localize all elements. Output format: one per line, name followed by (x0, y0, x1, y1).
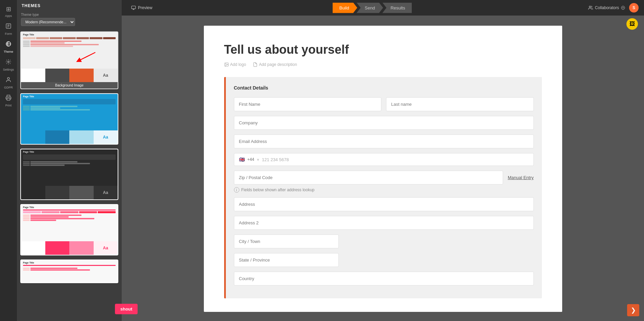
color-swatch-darkblue (45, 130, 70, 144)
step-results-label: Results (390, 5, 405, 10)
image-button[interactable]: 🖼 (626, 18, 638, 30)
shout-badge[interactable]: shout (115, 304, 138, 314)
phone-divider: ▾ (257, 157, 259, 162)
theme-card-blue[interactable]: Page Title Aa (20, 93, 118, 145)
add-description-button[interactable]: Add page description (253, 62, 297, 67)
form-row-company (234, 116, 534, 130)
form-row-state (234, 253, 534, 267)
form-canvas[interactable]: Tell us about yourself Add logo Add page… (122, 16, 644, 321)
color-swatch-white-4 (21, 241, 45, 255)
svg-point-6 (7, 77, 9, 79)
preview-label: Preview (138, 5, 152, 10)
top-bar: Preview Build Send Results Collaborators… (122, 0, 644, 16)
theme-card-colors-2: Aa (21, 130, 118, 144)
info-icon: i (234, 187, 239, 193)
step-send-label: Send (365, 5, 375, 10)
preview-icon (131, 5, 136, 10)
theme-preview-1: Page Title (21, 32, 118, 69)
color-swatch-orange (69, 69, 94, 82)
preview-title-2: Page Title (21, 94, 118, 98)
step-build-label: Build (339, 5, 349, 10)
add-collaborator-icon (621, 6, 625, 10)
form-page-meta: Add logo Add page description (224, 62, 542, 67)
form-row-city (234, 234, 534, 248)
email-field[interactable] (234, 134, 534, 148)
form-row-email (234, 134, 534, 148)
zip-field[interactable] (234, 171, 503, 184)
shout-label: shout (120, 306, 132, 312)
theme-card-dark[interactable]: Page Title Aa (20, 149, 118, 200)
add-logo-label: Add logo (230, 62, 246, 67)
last-name-field[interactable] (386, 97, 534, 111)
color-swatch-darkgray (45, 186, 70, 199)
description-icon (253, 62, 258, 67)
theme-preview-4: Page Title (21, 205, 118, 241)
theme-type-section: Theme type Modern (Recommende... (17, 11, 122, 29)
sidebar-label-form: Form (5, 32, 12, 35)
company-field[interactable] (234, 116, 534, 130)
color-swatch-white (21, 69, 45, 82)
settings-icon (5, 59, 11, 67)
sidebar-item-gdpr[interactable]: GDPR (0, 74, 17, 92)
step-send-button[interactable]: Send (357, 3, 383, 13)
phone-code: +44 (247, 157, 254, 162)
preview-title-3: Page Title (21, 149, 118, 154)
theme-card-colors-4: Aa (21, 241, 118, 255)
collaborators-button[interactable]: Collaborators (588, 5, 625, 10)
form-page: Tell us about yourself Add logo Add page… (204, 26, 562, 312)
svg-rect-9 (132, 6, 136, 9)
step-build-button[interactable]: Build (333, 3, 357, 13)
color-swatch-gray (69, 186, 94, 199)
theme-type-select[interactable]: Modern (Recommende... (21, 18, 75, 26)
form-row-name (234, 97, 534, 111)
theme-card-page-title-5[interactable]: Page Title (20, 260, 118, 283)
color-swatch-blue (21, 130, 45, 144)
svg-point-12 (589, 6, 591, 8)
address-field[interactable] (234, 197, 534, 211)
color-aa-sample: Aa (94, 69, 118, 82)
apps-icon: ⊞ (6, 5, 11, 13)
sidebar-item-theme[interactable]: Theme (0, 38, 17, 56)
section-title: Contact Details (234, 85, 534, 91)
color-aa-3: Aa (94, 186, 118, 199)
state-field[interactable] (234, 253, 339, 267)
theme-preview-3: Page Title (21, 149, 118, 186)
first-name-field[interactable] (234, 97, 382, 111)
add-logo-button[interactable]: Add logo (224, 62, 246, 67)
theme-card-pink[interactable]: Page Title (20, 204, 118, 255)
svg-line-8 (78, 52, 95, 61)
theme-icon (5, 41, 11, 49)
image-btn-icon: 🖼 (629, 21, 635, 27)
next-button[interactable]: ❯ (627, 304, 639, 316)
theme-card-background-image[interactable]: Page Title (20, 31, 118, 89)
city-field[interactable] (234, 234, 339, 248)
zip-row: Manual Entry (234, 171, 534, 184)
form-row-address (234, 197, 534, 211)
color-swatch-lightpink (69, 241, 94, 255)
sidebar-item-settings[interactable]: Settings (0, 56, 17, 74)
add-description-label: Add page description (259, 62, 297, 67)
preview-button[interactable]: Preview (127, 3, 157, 12)
mini-table-4 (21, 214, 118, 222)
preview-bar-5 (23, 265, 116, 266)
form-row-phone: 🇬🇧 +44 ▾ 121 234 5678 (234, 153, 534, 166)
gdpr-icon (5, 77, 11, 84)
svg-rect-7 (7, 98, 10, 100)
user-avatar[interactable]: S (629, 3, 639, 13)
address2-field[interactable] (234, 216, 534, 230)
manual-entry-link[interactable]: Manual Entry (508, 175, 534, 180)
step-results-button[interactable]: Results (382, 3, 412, 13)
address-info: i Fields below shown after address looku… (234, 187, 534, 193)
country-field[interactable] (234, 272, 534, 286)
sidebar-item-form[interactable]: Form (0, 20, 17, 38)
color-swatch-pink (45, 241, 70, 255)
sidebar-item-print[interactable]: Print (0, 92, 17, 110)
phone-field[interactable]: 🇬🇧 +44 ▾ 121 234 5678 (234, 153, 534, 166)
sidebar-label-gdpr: GDPR (4, 86, 13, 89)
color-swatch-dark (45, 69, 70, 82)
form-page-title: Tell us about yourself (224, 43, 542, 57)
top-bar-steps: Build Send Results (333, 3, 412, 13)
sidebar-item-apps[interactable]: ⊞ Apps (0, 3, 17, 20)
next-icon: ❯ (631, 306, 636, 314)
sidebar-label-print: Print (5, 104, 12, 107)
